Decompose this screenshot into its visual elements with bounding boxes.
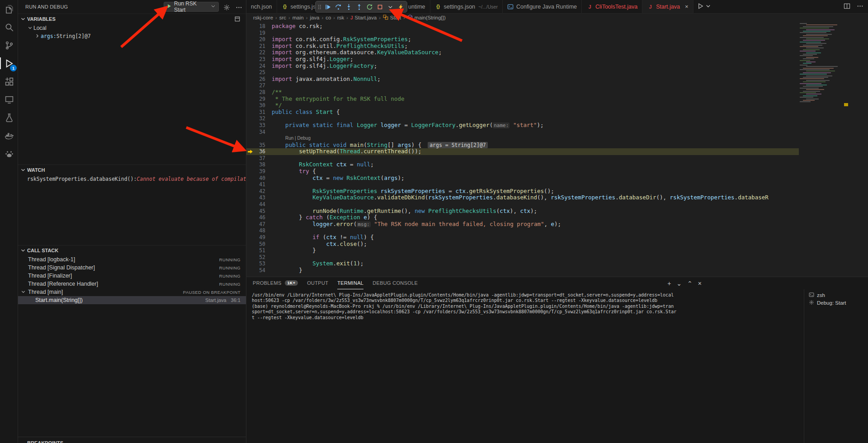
tab-configure-java-runtime[interactable]: Configure Java Runtime — [503, 0, 582, 13]
panel-tab-debug-console[interactable]: DEBUG CONSOLE — [373, 277, 418, 289]
breadcrumb-item[interactable]: main(String[]) — [407, 14, 446, 21]
activity-animal-icon[interactable] — [0, 145, 18, 163]
step-over-icon[interactable] — [333, 2, 343, 12]
activity-search-icon[interactable] — [0, 18, 18, 36]
code-line-51[interactable]: 51 } — [246, 247, 799, 254]
call-stack-thread[interactable]: Thread [logback-1]RUNNING — [18, 255, 246, 264]
restart-icon[interactable] — [364, 2, 374, 12]
code-line-39[interactable]: 39 try { — [246, 168, 799, 175]
code-line-29[interactable]: 29 * The entrypoint for the RSK full nod… — [246, 96, 799, 103]
code-line-23[interactable]: 23import org.slf4j.Logger; — [246, 56, 799, 63]
terminal-picker-icon[interactable]: ⌄ — [676, 280, 682, 287]
call-stack-thread[interactable]: Thread [Reference Handler]RUNNING — [18, 280, 246, 288]
code-line-42[interactable]: 42 RskSystemProperties rskSystemProperti… — [246, 188, 799, 195]
tab-settings-json[interactable]: {}settings.json~/.../User — [430, 0, 503, 13]
breakpoints-section-header[interactable]: BREAKPOINTS — [18, 437, 246, 443]
code-line-19[interactable]: 19 — [246, 30, 799, 37]
activity-testing-icon[interactable] — [0, 108, 18, 127]
code-line-43[interactable]: 43 KeyValueDataSource.validateDbKind(rsk… — [246, 194, 799, 201]
close-panel-icon[interactable]: × — [698, 280, 702, 287]
call-stack-thread[interactable]: Thread [Finalizer]RUNNING — [18, 272, 246, 280]
dropdown-icon[interactable] — [385, 2, 395, 12]
code-line-34[interactable]: 34 — [246, 129, 799, 136]
activity-explorer-icon[interactable] — [0, 0, 18, 18]
continue-icon[interactable] — [323, 2, 333, 12]
run-java-button[interactable] — [697, 0, 712, 13]
code-line-27[interactable]: 27 — [246, 82, 799, 89]
variable-args[interactable]: args: String[2]@7 — [18, 32, 246, 40]
editor-layout-icon[interactable] — [844, 3, 850, 11]
code-line-40[interactable]: 40 ctx = new RskContext(args); — [246, 175, 799, 182]
code-line-35[interactable]: 35 public static void main(String[] args… — [246, 142, 799, 149]
code-line-38[interactable]: 38 RskContext ctx = null; — [246, 161, 799, 168]
breadcrumb-item[interactable]: rskj-core — [253, 15, 273, 20]
code-line-24[interactable]: 24import org.slf4j.LoggerFactory; — [246, 63, 799, 70]
watch-section-header[interactable]: WATCH — [18, 165, 246, 175]
breadcrumb-item[interactable]: JStart.java — [350, 15, 377, 20]
code-line-41[interactable]: 41 — [246, 181, 799, 188]
code-line-48[interactable]: 48 — [246, 227, 799, 234]
panel-layout-icon[interactable] — [234, 16, 241, 23]
activity-docker-icon[interactable] — [0, 127, 18, 145]
codelens-run-debug[interactable]: Run | Debug — [246, 135, 868, 142]
code-line-32[interactable]: 32 — [246, 115, 799, 122]
activity-remote-explorer-icon[interactable] — [0, 90, 18, 108]
close-icon[interactable]: × — [685, 4, 689, 9]
activity-run-and-debug-icon[interactable]: 1 — [0, 54, 18, 72]
debug-config-dropdown[interactable]: Run RSK Start — [164, 2, 219, 12]
code-line-26[interactable]: 26import javax.annotation.Nonnull; — [246, 76, 799, 83]
new-terminal-icon[interactable]: + — [667, 280, 671, 287]
minimap[interactable] — [799, 23, 842, 109]
breadcrumb-item[interactable]: Start — [383, 14, 401, 21]
start-debugging-icon[interactable] — [167, 4, 172, 10]
call-stack-thread[interactable]: Thread [main]PAUSED ON BREAKPOINT — [18, 288, 246, 296]
stack-frame-selected[interactable]: Start.main(String[])Start.java36:1 — [18, 296, 246, 304]
code-line-18[interactable]: 18package co.rsk; — [246, 23, 799, 30]
stop-icon[interactable] — [375, 2, 385, 12]
code-line-31[interactable]: 31public class Start { — [246, 109, 799, 116]
variables-section-header[interactable]: VARIABLES — [18, 14, 246, 24]
code-line-21[interactable]: 21import co.rsk.util.PreflightChecksUtil… — [246, 43, 799, 50]
code-line-45[interactable]: 45 runNode(Runtime.getRuntime(), new Pre… — [246, 208, 799, 215]
breadcrumb-item[interactable]: main — [292, 15, 304, 20]
step-out-icon[interactable] — [354, 2, 364, 12]
breadcrumb-item[interactable]: rsk — [337, 15, 344, 20]
panel-tab-problems[interactable]: PROBLEMS1K+ — [253, 277, 298, 289]
tab-clitoolstest-java[interactable]: JCliToolsTest.java — [582, 0, 642, 13]
code-line-44[interactable]: 44 — [246, 201, 799, 208]
code-line-52[interactable]: 52 — [246, 254, 799, 261]
call-stack-section-header[interactable]: CALL STACK — [18, 245, 246, 255]
code-line-37[interactable]: 37 — [246, 155, 799, 162]
code-line-20[interactable]: 20import co.rsk.config.RskSystemProperti… — [246, 36, 799, 43]
code-line-49[interactable]: 49 if (ctx != null) { — [246, 234, 799, 241]
tab-nch-json[interactable]: nch.json — [246, 0, 277, 13]
more-actions-icon[interactable] — [235, 3, 243, 11]
step-into-icon[interactable] — [344, 2, 354, 12]
code-line-28[interactable]: 28/** — [246, 89, 799, 96]
hot-code-replace-icon[interactable] — [396, 2, 406, 12]
code-line-46[interactable]: 46 } catch (Exception e) { — [246, 214, 799, 221]
activity-extensions-icon[interactable] — [0, 72, 18, 90]
gear-icon[interactable] — [222, 3, 231, 11]
terminal-output[interactable]: /usr/bin/env /Library/Internet\ Plug-Ins… — [252, 292, 801, 443]
breadcrumb-item[interactable]: java — [310, 15, 319, 20]
activity-source-control-icon[interactable] — [0, 36, 18, 54]
code-line-50[interactable]: 50 ctx.close(); — [246, 241, 799, 248]
breadcrumb-item[interactable]: src — [279, 15, 286, 20]
code-line-54[interactable]: 54 } — [246, 267, 799, 274]
code-line-22[interactable]: 22import org.ethereum.datasource.KeyValu… — [246, 49, 799, 56]
code-line-30[interactable]: 30 */ — [246, 102, 799, 109]
call-stack-thread[interactable]: Thread [Signal Dispatcher]RUNNING — [18, 264, 246, 272]
code-line-53[interactable]: 53 System.exit(1); — [246, 260, 799, 267]
tab-start-java[interactable]: JStart.java× — [642, 0, 693, 13]
code-line-33[interactable]: 33 private static final Logger logger = … — [246, 122, 799, 129]
panel-tab-terminal[interactable]: TERMINAL — [337, 277, 363, 289]
panel-tab-output[interactable]: OUTPUT — [307, 277, 328, 289]
variables-scope-local[interactable]: Local — [18, 24, 246, 32]
code-editor[interactable]: 18package co.rsk;1920import co.rsk.confi… — [246, 22, 868, 277]
code-line-25[interactable]: 25 — [246, 69, 799, 76]
watch-expression[interactable]: rskSystemProperties.databaseKind(): Cann… — [18, 175, 246, 183]
breadcrumb-item[interactable]: co — [326, 15, 331, 20]
terminal-list-item[interactable]: Debug: Start — [804, 299, 868, 306]
code-line-36[interactable]: 36 setUpThread(Thread.currentThread()); — [246, 148, 799, 155]
